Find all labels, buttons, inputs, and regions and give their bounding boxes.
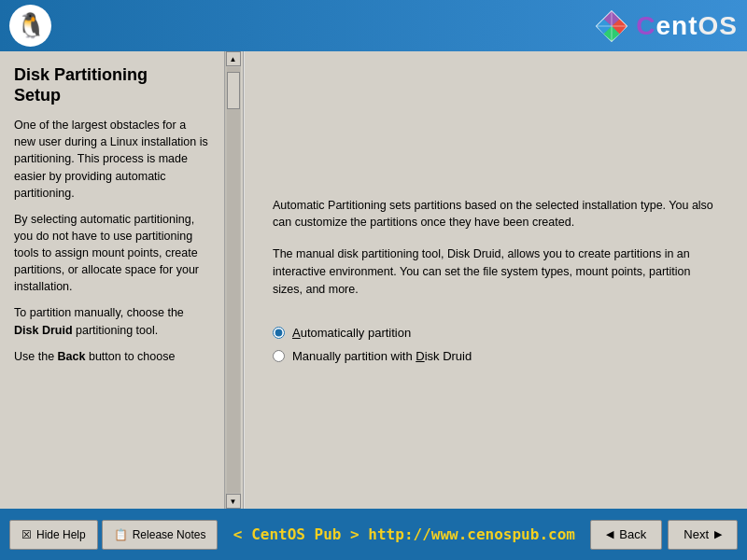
desc-para1: Automatic Partitioning sets partitions b… <box>273 197 719 232</box>
desc-para2: The manual disk partitioning tool, Disk … <box>273 245 719 298</box>
scrollbar-track[interactable] <box>227 67 240 493</box>
scrollbar-down-button[interactable]: ▼ <box>226 494 241 509</box>
main-area: Disk Partitioning Setup One of the large… <box>0 51 747 509</box>
nav-buttons: ◀ Back Next ▶ <box>590 520 738 550</box>
center-url-text: < CentOS Pub > http://www.cenospub.com <box>218 525 590 543</box>
next-label: Next <box>684 527 709 541</box>
auto-partition-text: utomatically partition <box>301 326 412 340</box>
manual-partition-label: Manually partition with Disk Druid <box>292 349 472 363</box>
sidebar-para2: By selecting automatic partitioning, you… <box>14 211 210 296</box>
page-title: Disk Partitioning Setup <box>14 65 210 105</box>
bottom-left-buttons: ☒ Hide Help 📋 Release Notes <box>9 520 218 550</box>
auto-partition-radio[interactable] <box>273 327 285 339</box>
radio-group: Automatically partition Manually partiti… <box>273 326 719 372</box>
back-button[interactable]: ◀ Back <box>590 520 662 550</box>
release-notes-button[interactable]: 📋 Release Notes <box>102 520 218 550</box>
auto-partition-label: Automatically partition <box>292 326 411 340</box>
hide-help-button[interactable]: ☒ Hide Help <box>9 520 98 550</box>
manual-partition-radio[interactable] <box>273 350 285 362</box>
bottom-bar: ☒ Hide Help 📋 Release Notes < CentOS Pub… <box>0 509 747 560</box>
scrollbar-up-button[interactable]: ▲ <box>226 51 241 66</box>
top-bar: 🐧 CentOS <box>0 0 747 51</box>
sidebar-content: Disk Partitioning Setup One of the large… <box>0 51 224 509</box>
centos-logo: CentOS <box>595 9 738 43</box>
sidebar-para3: To partition manually, choose the Disk D… <box>14 304 210 338</box>
manual-partition-option[interactable]: Manually partition with Disk Druid <box>273 349 719 363</box>
hide-help-label: Hide Help <box>36 528 86 541</box>
sidebar-para1: One of the largest obstacles for a new u… <box>14 117 210 202</box>
release-notes-icon: 📋 <box>114 528 128 541</box>
sidebar-para4: Use the Back button to choose <box>14 348 210 365</box>
description-text: Automatic Partitioning sets partitions b… <box>273 197 719 299</box>
next-button[interactable]: Next ▶ <box>668 520 738 550</box>
sidebar: Disk Partitioning Setup One of the large… <box>0 51 243 509</box>
auto-partition-option[interactable]: Automatically partition <box>273 326 719 340</box>
sidebar-scrollbar[interactable]: ▲ ▼ <box>224 51 241 509</box>
tux-icon: 🐧 <box>16 11 46 40</box>
back-label: Back <box>619 527 646 541</box>
release-notes-label: Release Notes <box>133 528 206 541</box>
next-icon: ▶ <box>714 528 722 540</box>
tux-logo: 🐧 <box>9 5 51 47</box>
hide-help-icon: ☒ <box>21 528 32 541</box>
centos-wordmark: CentOS <box>636 11 738 41</box>
scrollbar-thumb[interactable] <box>227 72 240 109</box>
centos-logo-icon <box>595 9 628 43</box>
right-content: Automatic Partitioning sets partitions b… <box>245 51 747 509</box>
back-icon: ◀ <box>606 528 613 540</box>
